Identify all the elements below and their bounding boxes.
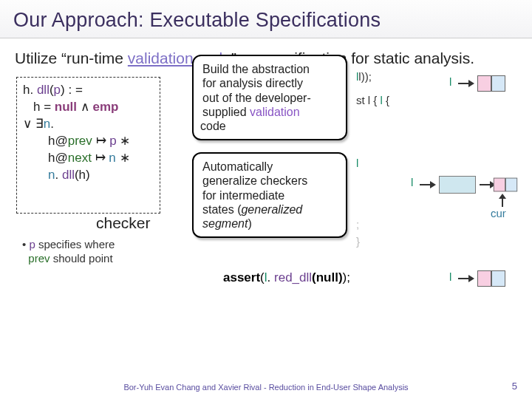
checker-line-5: h@next ↦ n ∗	[23, 150, 154, 167]
l-label-1: l	[449, 75, 451, 88]
c2-a: Automatically	[202, 160, 273, 173]
assert-end: );	[343, 270, 350, 284]
checker-line-6: n. dll(h)	[23, 167, 154, 184]
checker-definition-box: h. dll(p) : = h = null ∧ emp ∨ ∃n. h@pre…	[16, 77, 160, 214]
c2-b: generalize checkers	[202, 174, 307, 187]
node-right-half	[491, 75, 505, 92]
code-r3-l: l	[356, 157, 358, 169]
node-right-half	[505, 178, 517, 192]
diagram-2	[420, 176, 519, 194]
node-left-half	[477, 75, 491, 92]
code-r3: l	[356, 154, 519, 171]
segment-box-icon	[439, 176, 476, 194]
chk2-emp: emp	[93, 100, 119, 114]
c1-dc: code	[200, 120, 226, 132]
chk6-dot: .	[55, 168, 61, 182]
assert-line: assert(l. red_dll(null));	[223, 270, 350, 285]
node-left-half	[494, 178, 505, 192]
chknote-t2: should point	[50, 252, 113, 265]
slide-title: Our Approach: Executable Specifications	[13, 9, 519, 32]
c1-a: Build the abstraction	[202, 63, 310, 75]
chk5-n: n	[109, 151, 115, 165]
code-r1-tail: l));	[358, 70, 372, 83]
c2-dpo: )	[248, 217, 251, 230]
checker-line-1: h. dll(p) : =	[23, 82, 154, 99]
list-node-icon	[477, 75, 505, 92]
c1-dp: supplied	[202, 106, 250, 118]
chknote-p: p	[29, 238, 35, 250]
chknote-t1: specifies where	[35, 238, 115, 250]
content-area: h. dll(p) : = h = null ∧ emp ∨ ∃n. h@pre…	[0, 72, 532, 324]
chk4-h: h@	[48, 134, 68, 148]
list-node-icon	[494, 178, 517, 192]
checker-label: checker	[96, 214, 151, 232]
chknote-bullet: •	[22, 238, 29, 250]
list-node-icon	[477, 270, 505, 287]
assert-reddll: red_dll	[274, 270, 312, 284]
chk4-prev: prev	[68, 134, 92, 148]
checker-line-3: ∨ ∃n.	[23, 116, 154, 133]
code-r2: st l { l {	[356, 92, 519, 109]
c1-c: out of the developer-	[202, 92, 311, 104]
checker-note: • p specifies where prev should point	[22, 238, 170, 266]
assert-null: (null)	[312, 270, 343, 284]
chk-h: h.	[23, 83, 37, 97]
c2-c: for intermediate	[202, 189, 284, 202]
intro-pre: Utilize “run-time	[15, 50, 128, 66]
l-label-3: l	[449, 270, 451, 283]
chk5-star: ∗	[116, 151, 130, 165]
page-number: 5	[512, 381, 517, 392]
chk5-next: next	[68, 151, 92, 165]
chk4-p: p	[109, 134, 116, 148]
cur-label: cur	[491, 207, 506, 219]
l-label-2: l	[411, 176, 413, 188]
node-right-half	[491, 270, 505, 287]
arrow-right-icon	[420, 181, 436, 188]
checker-line-4: h@prev ↦ p ∗	[23, 133, 154, 150]
diagram-1	[458, 75, 505, 92]
code-r2-l: l	[381, 94, 383, 106]
code-close-brace: }	[356, 233, 519, 250]
c1-b: for analysis directly	[202, 77, 303, 89]
c1-dv: validation	[250, 106, 300, 118]
chk5-h: h@	[48, 151, 68, 165]
chknote-prev: prev	[28, 252, 50, 265]
chk5-arrow: ↦	[92, 151, 109, 165]
node-left-half	[477, 270, 491, 287]
c2-dp: states (	[202, 203, 241, 216]
chk4-arrow: ↦	[92, 134, 109, 148]
arrow-up-icon	[499, 194, 506, 207]
chk3-dot: .	[50, 117, 54, 131]
chk4-star: ∗	[117, 134, 131, 148]
chk-p: p	[54, 83, 61, 97]
callout-generalize-checkers: Automatically generalize checkers for in…	[192, 152, 347, 238]
chk6-hparen: (h)	[75, 168, 90, 182]
chk-dll: dll	[37, 83, 50, 97]
code-r2-tail: st l {	[356, 94, 377, 106]
assert-kw: assert	[223, 270, 260, 284]
chk3-or: ∨	[23, 117, 35, 131]
checker-line-2: h = null ∧ emp	[23, 99, 154, 116]
title-bar: Our Approach: Executable Specifications	[0, 0, 532, 38]
code-snippet-right: ll)); st l { l { l ; }	[356, 68, 519, 250]
chk2-null: null	[55, 100, 77, 114]
chk2-and: ∧	[77, 100, 92, 114]
arrow-right-icon	[458, 275, 474, 282]
arrow-right-icon	[480, 181, 490, 188]
chk3-exists: ∃	[35, 117, 44, 131]
assert-dot: .	[267, 270, 274, 284]
callout-build-abstraction: Build the abstraction for analysis direc…	[192, 55, 347, 140]
arrow-right-icon	[458, 80, 474, 87]
diagram-3	[458, 270, 505, 287]
chk-close: ) : =	[61, 83, 83, 97]
chk3-n: n	[44, 117, 50, 131]
chk6-dll: dll	[62, 168, 75, 182]
chk2-pre: h =	[33, 100, 55, 114]
footer-citation: Bor-Yuh Evan Chang and Xavier Rival - Re…	[0, 383, 532, 392]
